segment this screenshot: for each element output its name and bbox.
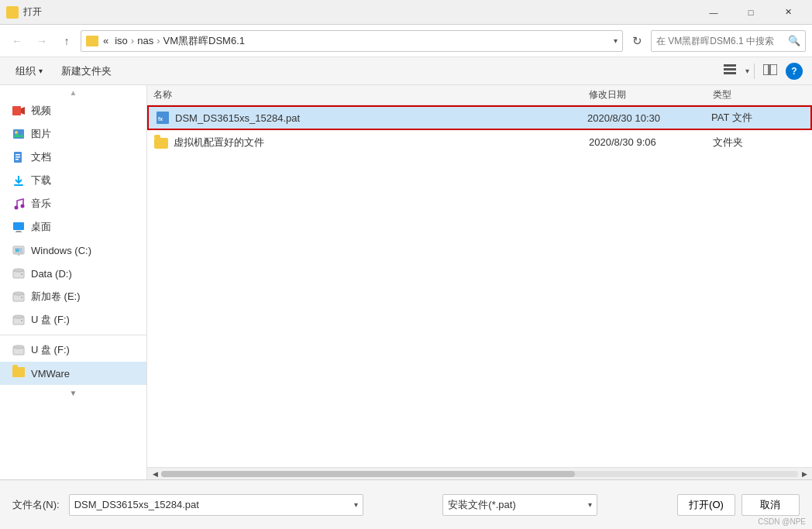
sidebar-scroll-down[interactable]: ▼ — [0, 385, 146, 400]
svg-rect-2 — [724, 72, 736, 74]
window-title: 打开 — [23, 5, 42, 19]
sidebar-item-usb-f[interactable]: U 盘 (F:) — [0, 308, 146, 331]
hscroll-track[interactable] — [161, 471, 798, 477]
sidebar-item-usb-f2[interactable]: U 盘 (F:) — [0, 338, 146, 362]
sidebar-scroll-up[interactable]: ▲ — [0, 85, 146, 99]
svg-rect-14 — [14, 184, 23, 186]
filename-label: 文件名(N): — [12, 498, 60, 512]
file-date-0: 2020/8/30 10:30 — [587, 112, 711, 124]
svg-point-15 — [15, 206, 19, 210]
sidebar-item-data-d[interactable]: Data (D:) — [0, 262, 146, 285]
vmware-folder-icon — [12, 367, 25, 380]
sidebar-label-download: 下载 — [31, 173, 51, 187]
svg-rect-3 — [763, 64, 769, 75]
sidebar-divider — [0, 335, 146, 335]
filename-input[interactable]: DSM_DS3615xs_15284.pat ▾ — [69, 494, 363, 516]
svg-rect-5 — [12, 106, 21, 115]
col-name-header[interactable]: 名称 — [153, 88, 589, 101]
svg-point-29 — [13, 292, 24, 295]
hscroll-right-btn[interactable]: ▶ — [798, 469, 810, 479]
minimize-button[interactable]: — — [696, 0, 731, 25]
refresh-button[interactable]: ↻ — [626, 30, 648, 52]
view-toggle-button[interactable] — [719, 60, 741, 82]
file-icon-pat: fx — [155, 110, 170, 125]
up-icon: ↑ — [64, 35, 70, 47]
view-icon — [724, 64, 736, 77]
filetype-select[interactable]: 安装文件(*.pat) ▾ — [442, 494, 597, 516]
hscroll-bar: ◀ ▶ — [147, 467, 812, 479]
organize-label: 组织 — [15, 64, 36, 78]
svg-rect-4 — [770, 64, 777, 75]
close-button[interactable]: ✕ — [770, 0, 806, 25]
pane-button[interactable] — [759, 60, 781, 82]
search-bar[interactable]: 🔍 — [651, 30, 806, 52]
sidebar-item-windows-c[interactable]: W Windows (C:) — [0, 239, 146, 262]
sidebar-label-doc: 文档 — [31, 150, 51, 164]
volume-e-icon — [12, 290, 25, 303]
sidebar-item-picture[interactable]: 图片 — [0, 122, 146, 146]
file-list: fx DSM_DS3615xs_15284.pat 2020/8/30 10:3… — [147, 105, 812, 467]
path-dropdown-icon[interactable]: ▾ — [614, 36, 618, 45]
forward-icon: → — [36, 35, 47, 47]
sidebar-item-music[interactable]: 音乐 — [0, 192, 146, 215]
sidebar-item-doc[interactable]: 文档 — [0, 146, 146, 169]
filename-dropdown-icon: ▾ — [354, 500, 358, 509]
sidebar-item-download[interactable]: 下载 — [0, 169, 146, 192]
file-type-1: 文件夹 — [713, 136, 806, 149]
sidebar-label-vmware: VMWare — [31, 368, 70, 380]
doc-icon — [12, 151, 25, 163]
svg-point-33 — [21, 320, 22, 321]
windows-c-icon: W — [12, 244, 25, 256]
file-row-1[interactable]: 虚拟机配置好的文件 2020/8/30 9:06 文件夹 — [147, 130, 812, 155]
filename-input-wrap: DSM_DS3615xs_15284.pat ▾ — [69, 494, 363, 516]
sidebar-item-desktop[interactable]: 桌面 — [0, 215, 146, 239]
path-segment-iso: iso — [115, 35, 128, 46]
hscroll-thumb — [161, 471, 575, 477]
svg-rect-19 — [15, 232, 22, 232]
view-dropdown-icon[interactable]: ▾ — [745, 67, 749, 75]
svg-point-32 — [13, 315, 24, 318]
address-bar: ← → ↑ « iso › nas › VM黑群晖DSM6.1 ▾ ↻ 🔍 — [0, 25, 812, 57]
main-area: ▲ 视频 图片 — [0, 85, 812, 479]
path-bar[interactable]: « iso › nas › VM黑群晖DSM6.1 ▾ — [81, 30, 623, 52]
file-area: 名称 修改日期 类型 fx DSM_DS3615xs_15284.pat 202… — [147, 85, 812, 479]
new-folder-button[interactable]: 新建文件夹 — [55, 61, 118, 81]
download-icon — [12, 174, 25, 187]
separator — [754, 64, 755, 79]
search-input[interactable] — [656, 36, 788, 46]
organize-button[interactable]: 组织 ▾ — [9, 61, 49, 81]
path-sep-2: › — [157, 35, 160, 46]
svg-rect-7 — [13, 129, 24, 139]
sidebar-label-video: 视频 — [31, 104, 51, 118]
svg-point-27 — [21, 273, 22, 275]
svg-point-26 — [13, 269, 24, 272]
sidebar: ▲ 视频 图片 — [0, 85, 147, 479]
back-button[interactable]: ← — [6, 30, 28, 52]
sidebar-label-picture: 图片 — [31, 127, 51, 141]
svg-text:fx: fx — [158, 116, 163, 122]
sidebar-label-data: Data (D:) — [31, 268, 72, 280]
col-type-header[interactable]: 类型 — [713, 88, 806, 101]
hscroll-left-btn[interactable]: ◀ — [149, 469, 161, 479]
file-name-0: DSM_DS3615xs_15284.pat — [175, 112, 587, 124]
sidebar-item-vmware[interactable]: VMWare — [0, 362, 146, 385]
filetype-label: 安装文件(*.pat) — [448, 498, 515, 512]
sidebar-item-volume-e[interactable]: 新加卷 (E:) — [0, 285, 146, 308]
sidebar-item-video[interactable]: 视频 — [0, 99, 146, 122]
up-button[interactable]: ↑ — [56, 30, 77, 52]
svg-point-8 — [15, 131, 18, 134]
forward-button[interactable]: → — [31, 30, 53, 52]
usb-f2-icon — [12, 344, 25, 356]
help-button[interactable]: ? — [786, 63, 803, 80]
svg-point-23 — [17, 254, 20, 256]
svg-text:W: W — [15, 248, 19, 252]
sidebar-label-windows: Windows (C:) — [31, 245, 91, 256]
usb-f-icon — [12, 314, 25, 326]
maximize-button[interactable]: □ — [733, 0, 769, 25]
svg-point-35 — [13, 345, 24, 349]
open-button[interactable]: 打开(O) — [677, 494, 735, 516]
cancel-button[interactable]: 取消 — [741, 494, 800, 516]
col-date-header[interactable]: 修改日期 — [589, 88, 713, 101]
file-row-0[interactable]: fx DSM_DS3615xs_15284.pat 2020/8/30 10:3… — [147, 105, 812, 130]
back-icon: ← — [12, 35, 22, 47]
